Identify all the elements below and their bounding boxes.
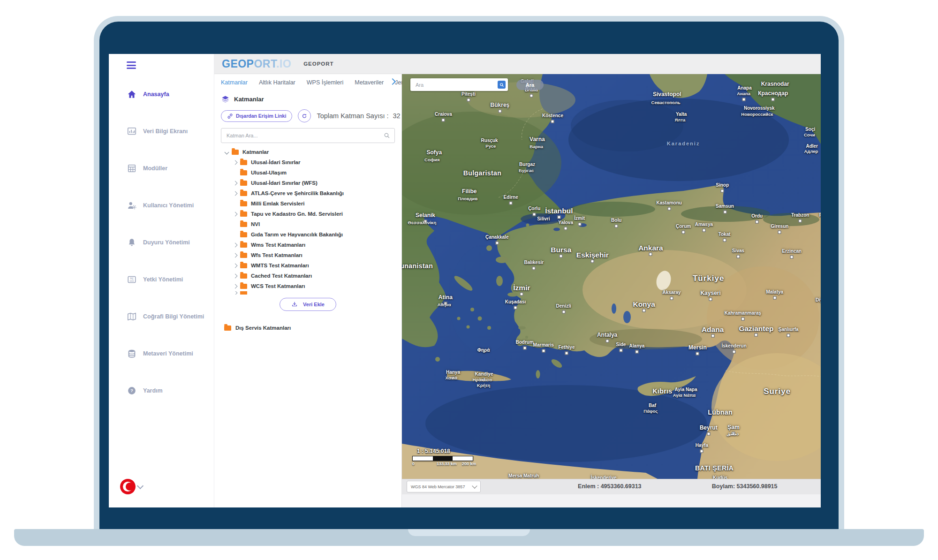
- satellite-map[interactable]: [402, 74, 821, 479]
- database-icon: [127, 348, 137, 359]
- tree-label: WMTS Test Katmanları: [251, 263, 309, 268]
- sidebar-item-label: Duyuru Yönetimi: [143, 239, 190, 246]
- sidebar-item-2[interactable]: Modüller: [109, 150, 214, 187]
- sidebar-item-3[interactable]: Kullanıcı Yönetimi: [109, 187, 214, 224]
- tree-row-5[interactable]: Milli Emlak Servisleri: [221, 198, 395, 209]
- folder-icon: [240, 212, 247, 217]
- tree-row-4[interactable]: ATLAS-Çevre ve Şehircilik Bakanlığı: [221, 188, 395, 198]
- tree-chevron-icon[interactable]: [231, 212, 239, 216]
- brand-logo[interactable]: [120, 479, 143, 494]
- sidebar-item-5[interactable]: TCYetki Yönetimi: [109, 261, 214, 298]
- tree-label: Wfs Test Katmanları: [251, 252, 303, 258]
- layer-tree: KatmanlarUlusal-İdari SınırlarUlusal-Ula…: [221, 147, 395, 295]
- external-access-link-button[interactable]: Dışardan Erişim Linki: [221, 110, 292, 122]
- app-header: GEOPORT.IO GEOPORT: [214, 54, 821, 74]
- tab-1[interactable]: Altlık Haritalar: [259, 79, 295, 86]
- tree-row-8[interactable]: Gıda Tarım ve Hayvancılık Bakanlığı: [221, 229, 395, 240]
- menu-icon[interactable]: [127, 61, 136, 69]
- map-search-button[interactable]: Ara: [516, 80, 544, 90]
- scale-bar: 1 : 5.145.018 0 133.33 km 200 km: [412, 448, 483, 467]
- layer-count-value: 32: [393, 112, 401, 120]
- chevron-down-icon: [137, 482, 144, 489]
- tree-label: Katmanlar: [242, 149, 269, 155]
- id-card-icon: TC: [127, 274, 137, 285]
- tree-row-11[interactable]: WMTS Test Katmanları: [221, 260, 395, 271]
- sidebar-item-8[interactable]: ?Yardım: [109, 372, 214, 409]
- tree-label: Tapu ve Kadastro Gn. Md. Servisleri: [251, 211, 343, 217]
- folder-icon: [240, 242, 247, 248]
- tree-row-7[interactable]: NVI: [221, 219, 395, 229]
- folder-icon: [240, 181, 247, 186]
- tree-row-9[interactable]: Wms Test Katmanları: [221, 240, 395, 250]
- map-canvas[interactable]: PiteștiGalațiBrăilaBükreşCraiovaKöstence…: [402, 74, 821, 479]
- crs-dropdown[interactable]: WGS 84 Web Mercator 3857: [407, 481, 481, 492]
- sidebar-item-1[interactable]: Veri Bilgi Ekranı: [109, 113, 214, 150]
- folder-icon: [240, 263, 247, 268]
- layer-search-input[interactable]: [226, 132, 384, 139]
- tree-chevron-icon[interactable]: [231, 192, 239, 195]
- folder-icon: [240, 201, 247, 206]
- panel-title-text: Katmanlar: [234, 96, 264, 103]
- panel-tabs: KatmanlarAltlık HaritalarWPS İşlemleriMe…: [221, 74, 395, 91]
- map-area: PiteștiGalațiBrăilaBükreşCraiovaKöstence…: [402, 74, 821, 507]
- external-services-folder[interactable]: Dış Servis Katmanları: [221, 325, 395, 331]
- sidebar-item-6[interactable]: Coğrafi Bilgi Yönetimi: [109, 298, 214, 335]
- tree-chevron-icon[interactable]: [231, 274, 239, 278]
- help-icon: ?: [127, 386, 137, 396]
- app-logo[interactable]: GEOPORT.IO: [222, 58, 291, 70]
- upload-data-icon: [291, 301, 298, 308]
- tree-row-6[interactable]: Tapu ve Kadastro Gn. Md. Servisleri: [221, 209, 395, 219]
- map-search-icon[interactable]: [498, 81, 506, 89]
- tree-row-12[interactable]: Cached Test Katmanları: [221, 271, 395, 281]
- tree-label: Cached Test Katmanları: [251, 273, 312, 279]
- refresh-layers-button[interactable]: [298, 109, 311, 122]
- tree-row-0[interactable]: Katmanlar: [221, 147, 395, 157]
- tree-chevron-icon[interactable]: [231, 264, 239, 267]
- layer-count: Toplam Katman Sayısı :32: [317, 112, 400, 120]
- sidebar-item-7[interactable]: Metaveri Yönetimi: [109, 335, 214, 372]
- tree-row-13[interactable]: WCS Test Katmanları: [221, 281, 395, 291]
- folder-icon: [224, 325, 231, 331]
- sidebar-item-label: Yardım: [143, 387, 163, 394]
- map-search-input[interactable]: [415, 82, 498, 88]
- user-settings-icon: [127, 200, 137, 211]
- tree-row-14[interactable]: [221, 291, 395, 295]
- search-icon[interactable]: [384, 132, 390, 139]
- tree-chevron-icon[interactable]: [231, 161, 239, 164]
- chevron-down-icon: [472, 483, 477, 488]
- tree-chevron-icon[interactable]: [231, 291, 239, 295]
- sidebar-item-label: Metaveri Yönetimi: [143, 350, 193, 357]
- tree-chevron-icon[interactable]: [231, 243, 239, 247]
- longitude-readout: Boylam: 5343560.98915: [712, 483, 778, 490]
- tree-row-1[interactable]: Ulusal-İdari Sınırlar: [221, 157, 395, 167]
- folder-icon: [240, 253, 247, 258]
- tree-chevron-icon[interactable]: [231, 254, 239, 257]
- tree-chevron-icon[interactable]: [231, 285, 239, 288]
- add-data-button[interactable]: Veri Ekle: [280, 298, 336, 311]
- tree-row-3[interactable]: Ulusal-İdari Sınırlar (WFS): [221, 178, 395, 188]
- chart-icon: [127, 126, 137, 136]
- statusbar-lower-strip: [402, 494, 821, 507]
- map-statusbar: WGS 84 Web Mercator 3857 Enlem : 4953360…: [402, 479, 821, 494]
- sidebar-item-0[interactable]: Anasayfa: [109, 76, 214, 113]
- tab-3[interactable]: Metaveriler: [355, 79, 384, 86]
- tree-chevron-icon[interactable]: [223, 151, 230, 154]
- sidebar-item-label: Yetki Yönetimi: [143, 276, 183, 283]
- tree-row-2[interactable]: Ulusal-Ulaşım: [221, 167, 395, 178]
- tree-row-10[interactable]: Wfs Test Katmanları: [221, 250, 395, 260]
- tree-label: Milli Emlak Servisleri: [251, 201, 304, 206]
- folder-icon: [240, 222, 247, 227]
- tree-label: NVI: [251, 221, 260, 227]
- panel-title: Katmanlar: [221, 95, 395, 104]
- tab-2[interactable]: WPS İşlemleri: [307, 79, 343, 86]
- tree-chevron-icon[interactable]: [231, 182, 239, 185]
- layers-panel: KatmanlarAltlık HaritalarWPS İşlemleriMe…: [214, 74, 402, 507]
- folder-icon: [240, 170, 247, 175]
- tree-label: WCS Test Katmanları: [251, 283, 305, 289]
- tab-0[interactable]: Katmanlar: [221, 79, 248, 86]
- sidebar-item-label: Anasayfa: [143, 91, 169, 98]
- sidebar-item-4[interactable]: Duyuru Yönetimi: [109, 224, 214, 261]
- crs-value: WGS 84 Web Mercator 3857: [411, 484, 465, 489]
- sidebar-nav: AnasayfaVeri Bilgi EkranıModüllerKullanı…: [109, 76, 214, 409]
- app-logo-wordmark: GEOPORT: [303, 61, 334, 67]
